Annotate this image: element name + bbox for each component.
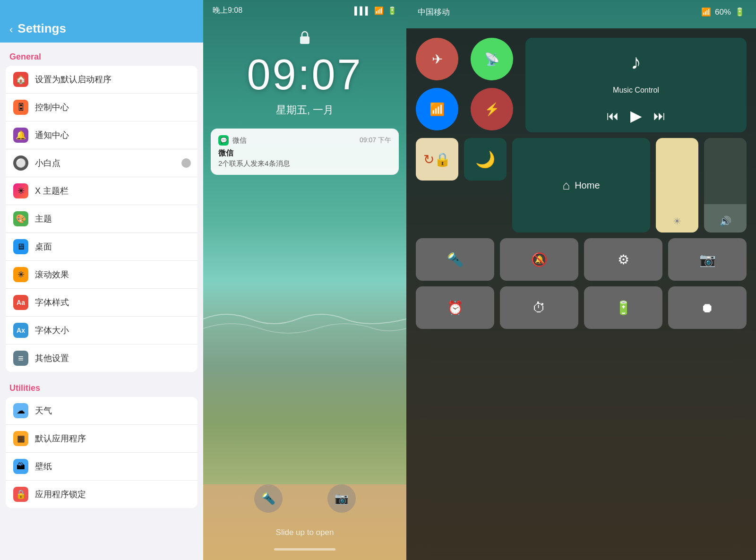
app-lock-icon: 🔒: [13, 487, 28, 502]
lockscreen-statusbar: 晚上9:08 ▌▌▌ 📶 🔋: [203, 0, 406, 16]
lockscreen-panel: 晚上9:08 ▌▌▌ 📶 🔋 09:07 星期五, 一月 💬 微信 09:07 …: [203, 0, 406, 560]
settings-item-font-style[interactable]: Aa 字体样式: [6, 289, 198, 317]
battery-icon: 🔋: [387, 6, 397, 15]
font-style-label: 字体样式: [35, 297, 69, 308]
mobile-data-button[interactable]: 📡: [471, 38, 513, 80]
app-lock-label: 应用程序锁定: [35, 489, 86, 500]
volume-slider[interactable]: 🔊: [704, 138, 747, 233]
mute-util-icon: 🔕: [531, 252, 548, 267]
signal-icon: ▌▌▌: [354, 7, 370, 15]
font-style-icon: Aa: [13, 295, 28, 310]
music-note-icon: ♪: [631, 50, 641, 74]
bluetooth-button[interactable]: ⚡: [471, 88, 513, 130]
notification-header: 💬 微信 09:07 下午: [218, 135, 391, 146]
settings-body: General 🏠 设置为默认启动程序 🎛 控制中心 🔔 通知中心 ⚪ 小白点 …: [0, 43, 203, 560]
airplane-mode-button[interactable]: ✈: [416, 38, 458, 80]
mute-utility-button[interactable]: 🔕: [500, 238, 578, 281]
settings-item-default-launcher[interactable]: 🏠 设置为默认启动程序: [6, 66, 198, 94]
default-launcher-icon: 🏠: [13, 72, 28, 87]
wifi-toggle-icon: 📶: [430, 102, 445, 117]
utility-row-2: ⏰ ⏱ 🔋 ⏺: [416, 286, 747, 329]
camera-button[interactable]: 📷: [327, 484, 356, 513]
notification-app-name: 微信: [232, 136, 247, 145]
dnd-icon: 🌙: [475, 150, 495, 169]
default-launcher-label: 设置为默认启动程序: [35, 74, 112, 85]
utilities-group: ☁ 天气 ▦ 默认应用程序 🏔 壁纸 🔒 应用程序锁定: [6, 397, 198, 508]
notification-title: 微信: [218, 148, 391, 158]
home-icon: ⌂: [562, 178, 570, 193]
general-group: 🏠 设置为默认启动程序 🎛 控制中心 🔔 通知中心 ⚪ 小白点 ✳ X 主题栏: [6, 66, 198, 372]
record-utility-button[interactable]: ⏺: [668, 286, 747, 329]
wifi-icon: 📶: [374, 6, 384, 15]
next-track-button[interactable]: ⏭: [653, 109, 666, 123]
alarm-util-icon: ⏰: [447, 300, 464, 316]
lockscreen-date: 星期五, 一月: [203, 103, 406, 117]
lock-rotation-button[interactable]: ↻🔒: [416, 138, 458, 181]
control-battery: 60%: [715, 8, 731, 17]
default-apps-icon: ▦: [13, 431, 28, 446]
battery-utility-button[interactable]: 🔋: [584, 286, 662, 329]
timer-utility-button[interactable]: ⏱: [500, 286, 578, 329]
settings-item-default-apps[interactable]: ▦ 默认应用程序: [6, 425, 198, 453]
desktop-label: 桌面: [35, 241, 52, 252]
settings-item-notification-center[interactable]: 🔔 通知中心: [6, 121, 198, 149]
settings-item-assistive-touch[interactable]: ⚪ 小白点: [6, 149, 198, 177]
back-chevron-icon: ‹: [9, 24, 13, 36]
flashlight-utility-button[interactable]: 🔦: [416, 238, 494, 281]
play-pause-button[interactable]: ▶: [630, 107, 642, 125]
settings-item-scroll-effect[interactable]: ✳ 滚动效果: [6, 261, 198, 289]
other-settings-icon: ≡: [13, 351, 28, 366]
lock-rotation-icon: ↻🔒: [423, 152, 451, 167]
assistive-touch-label: 小白点: [35, 157, 60, 169]
lock-icon: [203, 30, 406, 46]
brightness-util-icon: ⚙: [618, 252, 629, 267]
bluetooth-icon: ⚡: [484, 102, 499, 117]
prev-track-button[interactable]: ⏮: [607, 109, 619, 123]
x-theme-bar-label: X 主题栏: [35, 185, 69, 197]
brightness-utility-button[interactable]: ⚙: [584, 238, 662, 281]
notification-time: 09:07 下午: [360, 136, 391, 145]
slide-hint: Slide up to open: [203, 528, 406, 537]
settings-item-app-lock[interactable]: 🔒 应用程序锁定: [6, 481, 198, 508]
x-theme-bar-icon: ✳: [13, 183, 28, 198]
control-center-overlay: ✈ 📡 📶 ⚡ ♪ Music Control ⏮ ▶ ⏭: [406, 28, 756, 560]
assistive-touch-icon: ⚪: [13, 155, 28, 171]
music-controls: ⏮ ▶ ⏭: [607, 107, 666, 125]
brightness-slider[interactable]: ☀: [656, 138, 698, 233]
wifi-toggle-button[interactable]: 📶: [416, 88, 458, 130]
settings-item-desktop[interactable]: 🖥 桌面: [6, 233, 198, 261]
flashlight-button[interactable]: 🔦: [254, 484, 283, 513]
settings-item-wallpaper[interactable]: 🏔 壁纸: [6, 453, 198, 481]
do-not-disturb-button[interactable]: 🌙: [464, 138, 507, 181]
settings-item-x-theme-bar[interactable]: ✳ X 主题栏: [6, 177, 198, 205]
volume-icon: 🔊: [720, 215, 731, 227]
svg-rect-0: [300, 36, 309, 44]
settings-item-other-settings[interactable]: ≡ 其他设置: [6, 345, 198, 372]
back-button[interactable]: ‹: [9, 24, 13, 36]
wechat-icon: 💬: [218, 135, 229, 146]
other-settings-label: 其他设置: [35, 353, 69, 364]
settings-item-weather[interactable]: ☁ 天气: [6, 397, 198, 425]
airplane-icon: ✈: [432, 52, 443, 67]
notification-body: 2个联系人发来4条消息: [218, 159, 391, 168]
alarm-utility-button[interactable]: ⏰: [416, 286, 494, 329]
control-center-label: 控制中心: [35, 102, 69, 113]
font-size-icon: Ax: [13, 323, 28, 338]
control-status-right: 📶 60% 🔋: [701, 7, 745, 17]
font-size-label: 字体大小: [35, 325, 69, 336]
scroll-effect-label: 滚动效果: [35, 269, 69, 280]
control-wifi-icon: 📶: [701, 7, 711, 17]
brightness-icon: ☀: [673, 215, 681, 227]
home-button[interactable]: ⌂ Home: [512, 138, 650, 233]
notification-card[interactable]: 💬 微信 09:07 下午 微信 2个联系人发来4条消息: [211, 129, 399, 175]
settings-item-control-center[interactable]: 🎛 控制中心: [6, 94, 198, 121]
settings-item-theme[interactable]: 🎨 主题: [6, 205, 198, 233]
settings-item-font-size[interactable]: Ax 字体大小: [6, 317, 198, 345]
wallpaper-label: 壁纸: [35, 461, 52, 472]
camera-utility-button[interactable]: 📷: [668, 238, 747, 281]
camera-icon: 📷: [335, 492, 349, 505]
theme-label: 主题: [35, 213, 52, 224]
settings-panel: ‹ Settings General 🏠 设置为默认启动程序 🎛 控制中心 🔔 …: [0, 0, 203, 560]
mobile-data-icon: 📡: [484, 52, 499, 67]
scroll-handle[interactable]: [181, 158, 191, 168]
